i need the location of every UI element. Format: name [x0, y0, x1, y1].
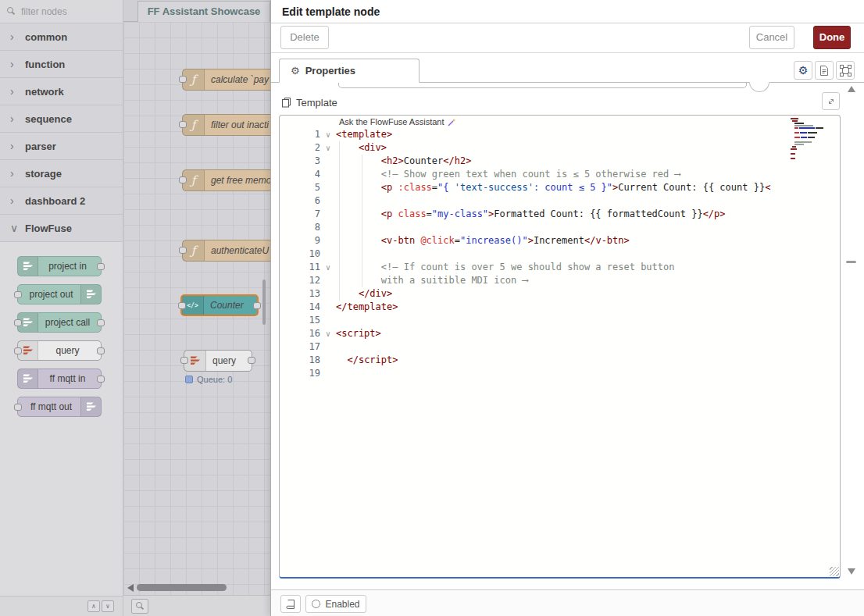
input-port[interactable]	[14, 319, 22, 326]
flow-node-get-free-memo[interactable]: ƒget free memo	[182, 169, 270, 191]
scroll-up-icon[interactable]	[848, 86, 855, 92]
editor-minimap[interactable]	[791, 118, 827, 160]
input-port[interactable]	[14, 347, 22, 354]
node-label: calculate `pay	[211, 69, 269, 90]
palette-node-project-in[interactable]: project in	[17, 256, 102, 276]
flow-node-calculate-pay[interactable]: ƒcalculate `pay	[182, 69, 270, 91]
palette-node-project-out[interactable]: project out	[17, 284, 102, 304]
input-port[interactable]	[14, 291, 22, 298]
line-number: 18	[280, 354, 320, 367]
description-button[interactable]	[815, 61, 834, 80]
line-number: 10	[280, 247, 320, 261]
palette-node-project-call[interactable]: project call	[17, 312, 102, 333]
indent-guide	[339, 141, 340, 301]
palette-node-query[interactable]: query	[17, 340, 102, 361]
code-text: <script>	[336, 327, 381, 340]
appearance-button[interactable]	[836, 61, 855, 80]
palette-expand-all-button[interactable]: ∨	[102, 600, 114, 612]
output-port[interactable]	[253, 302, 261, 309]
minimap-line	[791, 125, 827, 126]
fold-chevron-icon[interactable]: ∨	[320, 128, 336, 141]
minimap-line	[791, 139, 827, 141]
output-port[interactable]	[248, 357, 255, 364]
palette-collapse-all-button[interactable]: ∧	[87, 600, 100, 612]
palette-category-common[interactable]: ›common	[0, 23, 123, 51]
line-number: 3	[280, 155, 320, 168]
assistant-hint-label: Ask the FlowFuse Assistant	[339, 116, 444, 128]
fold-chevron-icon[interactable]: ∨	[320, 141, 336, 155]
canvas-vertical-scrollbar[interactable]	[262, 280, 266, 325]
flow-tab[interactable]: FF Assistant Showcase	[137, 1, 270, 22]
flow-node-authenticateU[interactable]: ƒauthenticateU	[182, 240, 270, 262]
node-help-button[interactable]	[280, 595, 301, 613]
palette-node-ff-mqtt-in[interactable]: ff mqtt in	[17, 369, 102, 389]
flow-node-filter-out-inacti[interactable]: ƒfilter out inacti	[182, 114, 270, 136]
input-port[interactable]	[180, 357, 188, 364]
code-text: <p class="my-class">Formatted Count: {{ …	[336, 208, 726, 221]
scroll-left-icon[interactable]	[127, 584, 134, 592]
minimap-line	[791, 148, 827, 150]
flowfuse-icon	[86, 290, 97, 299]
fold-chevron-icon[interactable]: ∨	[320, 261, 336, 274]
done-button[interactable]: Done	[813, 26, 851, 49]
template-code-editor[interactable]: Ask the FlowFuse Assistant 1∨<template>2…	[279, 115, 841, 579]
palette-categories: ›common›function›network›sequence›parser…	[0, 23, 123, 242]
output-port[interactable]	[97, 376, 105, 383]
fold-gutter	[320, 155, 336, 168]
minimap-line	[791, 123, 827, 124]
input-port[interactable]	[179, 76, 187, 83]
input-port[interactable]	[14, 404, 22, 411]
editor-resize-handle[interactable]	[830, 567, 839, 576]
edit-template-dialog: Edit template node Delete Cancel Done ⚙ …	[270, 0, 864, 616]
code-line: 11∨ <!— If count is over 5 we should sho…	[280, 261, 840, 274]
section-toggle[interactable]	[749, 82, 769, 92]
flow-node-query[interactable]: query	[184, 350, 252, 372]
palette-category-function[interactable]: ›function	[0, 51, 123, 78]
input-port[interactable]	[178, 302, 186, 309]
line-number: 8	[280, 221, 320, 234]
document-icon	[819, 65, 830, 77]
chevron-right-icon: ›	[10, 31, 16, 42]
assistant-hint[interactable]: Ask the FlowFuse Assistant	[339, 116, 840, 128]
enabled-toggle-button[interactable]: Enabled	[305, 595, 366, 613]
output-port[interactable]	[97, 263, 105, 270]
search-icon	[7, 7, 16, 16]
clipped-input-field[interactable]	[338, 83, 747, 88]
scroll-down-icon[interactable]	[848, 568, 855, 575]
palette-node-ff-mqtt-out[interactable]: ff mqtt out	[17, 397, 102, 417]
minimap-line	[791, 144, 827, 145]
node-red-app: filter nodes ›common›function›network›se…	[0, 0, 864, 616]
code-line: 17	[280, 340, 840, 354]
palette-search-input[interactable]: filter nodes	[0, 0, 123, 23]
fold-gutter	[320, 301, 336, 314]
input-port[interactable]	[179, 121, 187, 128]
palette-category-dashboard-2[interactable]: ›dashboard 2	[0, 187, 123, 215]
code-text: <h2>Counter</h2>	[336, 155, 471, 168]
output-port[interactable]	[97, 347, 105, 354]
palette-category-network[interactable]: ›network	[0, 78, 123, 105]
input-port[interactable]	[179, 247, 187, 254]
input-port[interactable]	[179, 176, 187, 183]
minimap-line	[791, 137, 827, 138]
code-text: <!— If count is over 5 we should show a …	[336, 261, 674, 274]
palette-category-parser[interactable]: ›parser	[0, 133, 123, 160]
fold-chevron-icon[interactable]: ∨	[320, 327, 336, 340]
tab-properties[interactable]: ⚙ Properties	[279, 59, 420, 83]
palette-category-label: storage	[25, 168, 62, 180]
palette-search-placeholder: filter nodes	[21, 6, 67, 17]
edit-properties-button[interactable]: ⚙	[794, 61, 812, 80]
dialog-scrollbar-thumb[interactable]	[846, 261, 856, 263]
palette-category-storage[interactable]: ›storage	[0, 160, 123, 187]
palette-category-sequence[interactable]: ›sequence	[0, 105, 123, 133]
output-port[interactable]	[97, 319, 105, 326]
flow-canvas[interactable]: ƒcalculate `payƒfilter out inactiƒget fr…	[123, 22, 270, 595]
palette-category-FlowFuse[interactable]: ∨FlowFuse	[0, 215, 123, 242]
search-flows-button[interactable]	[131, 599, 148, 614]
cancel-button[interactable]: Cancel	[749, 26, 794, 49]
function-icon: ƒ	[191, 73, 196, 87]
canvas-horizontal-scrollbar[interactable]	[137, 584, 227, 591]
palette-category-label: sequence	[25, 113, 72, 125]
expand-editor-button[interactable]	[822, 92, 840, 110]
delete-button[interactable]: Delete	[280, 26, 329, 49]
flow-node-Counter[interactable]: </>Counter	[180, 294, 259, 316]
